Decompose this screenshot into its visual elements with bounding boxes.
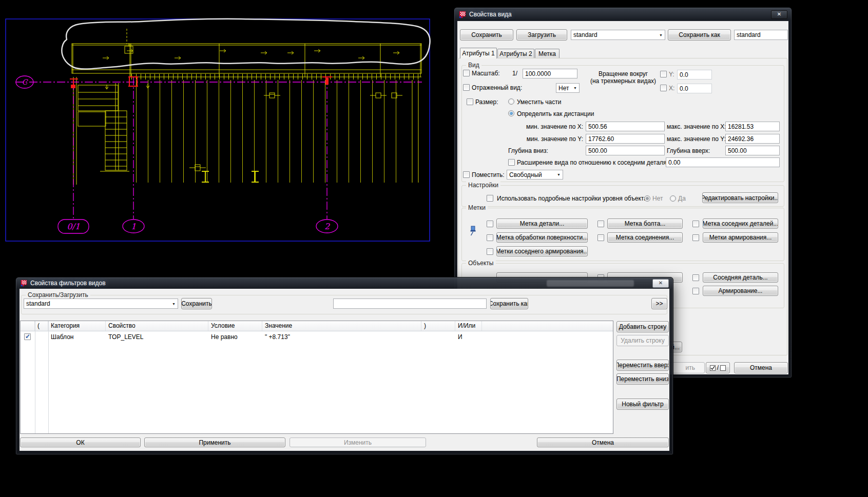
connection-mark-checkbox[interactable] xyxy=(597,234,604,241)
filter-table[interactable]: ( Категория Свойство Условие Значение ) … xyxy=(20,321,613,434)
detailed-no-label: Нет xyxy=(652,195,663,202)
neighbor-part-marks-checkbox[interactable] xyxy=(692,221,699,227)
extension-checkbox[interactable] xyxy=(508,159,515,166)
rotation-y-checkbox[interactable] xyxy=(660,71,667,77)
part-mark-checkbox[interactable] xyxy=(487,221,493,227)
depth-down-label: Глубина вниз: xyxy=(508,147,548,154)
rotation-label-line1: Вращение вокруг xyxy=(585,70,662,77)
filter-profile-select[interactable]: standard ▼ xyxy=(24,299,178,309)
reflected-view-checkbox[interactable] xyxy=(463,84,470,91)
rotation-x-checkbox[interactable] xyxy=(660,85,667,91)
filter-table-header: ( Категория Свойство Условие Значение ) … xyxy=(21,321,613,331)
place-checkbox[interactable] xyxy=(463,171,470,178)
grid-bubble-2: 2 xyxy=(324,222,330,231)
view-dialog-titlebar[interactable]: Свойства вида ✕ xyxy=(454,8,792,21)
scale-prefix: 1/ xyxy=(512,70,517,77)
depth-down-input[interactable]: 500.00 xyxy=(586,146,665,155)
save-button[interactable]: Сохранить xyxy=(460,29,513,41)
use-detailed-settings-checkbox[interactable] xyxy=(487,195,493,202)
depth-up-input[interactable]: 500.00 xyxy=(725,146,780,155)
filter-name-input[interactable] xyxy=(333,299,487,309)
rebar-marks-checkbox[interactable] xyxy=(692,234,699,241)
move-up-button[interactable]: Переместить вверх xyxy=(616,360,669,371)
table-grid-line xyxy=(35,321,35,433)
save-as-button[interactable]: Сохранить как xyxy=(668,29,731,41)
size-checkbox[interactable] xyxy=(467,98,473,105)
checked-box-icon xyxy=(710,365,716,371)
rebar-marks-button[interactable]: Метки армирования... xyxy=(703,232,778,243)
reinforcement-button[interactable]: Армирование... xyxy=(703,286,778,296)
neighbor-rebar-marks-button[interactable]: Метки соседнего армирования... xyxy=(496,246,588,256)
lasso-outline xyxy=(62,19,430,69)
save-as-name-input[interactable]: standard xyxy=(734,30,788,40)
rotation-x-input[interactable]: 0.0 xyxy=(677,84,712,93)
bolt-mark-checkbox[interactable] xyxy=(597,221,604,227)
detailed-no-radio[interactable] xyxy=(644,195,650,202)
reflected-view-select[interactable]: Нет ▼ xyxy=(556,83,580,93)
desktop: C 0/1 1 2 xyxy=(0,0,868,497)
max-x-input[interactable]: 16281.53 xyxy=(725,122,780,131)
grid-bubble-01: 0/1 xyxy=(67,222,80,231)
filter-table-row[interactable]: Шаблон TOP_LEVEL Не равно " +8.713" И xyxy=(21,331,613,342)
min-x-input[interactable]: 500.56 xyxy=(586,122,665,131)
neighbor-part-button[interactable]: Соседняя деталь... xyxy=(703,272,778,283)
cad-viewport[interactable]: C 0/1 1 2 xyxy=(0,0,452,277)
load-button[interactable]: Загрузить xyxy=(516,29,567,41)
filter-save-as-button[interactable]: Сохранить как xyxy=(490,298,528,309)
filter-dialog-titlebar[interactable]: Свойства фильтров видов ✕ xyxy=(16,277,673,289)
close-icon[interactable]: ✕ xyxy=(771,10,787,19)
apply-button[interactable]: Применить xyxy=(144,438,285,447)
col-and-or: И/Или xyxy=(455,321,482,331)
extension-input[interactable]: 0.00 xyxy=(666,157,780,167)
reinforcement-checkbox[interactable] xyxy=(692,288,699,294)
tab-attributes-1[interactable]: Атрибуты 1 xyxy=(460,48,497,58)
max-y-input[interactable]: 24692.36 xyxy=(725,134,780,144)
depth-up-label: Глубина вверх: xyxy=(667,147,710,154)
use-detailed-settings-label: Использовать подробные настройки уровня … xyxy=(497,195,647,202)
place-select[interactable]: Свободный ▼ xyxy=(507,170,563,180)
scale-checkbox[interactable] xyxy=(463,70,470,76)
delete-row-button[interactable]: Удалить строку xyxy=(616,335,669,346)
bolt-mark-button[interactable]: Метка болта... xyxy=(607,218,683,229)
row-enabled-checkbox[interactable] xyxy=(24,333,31,340)
detailed-yes-radio[interactable] xyxy=(670,195,676,202)
filter-dialog-body: Сохранить/Загрузить standard ▼ Сохранить… xyxy=(20,289,669,451)
neighbor-part-checkbox[interactable] xyxy=(692,274,699,281)
neighbor-rebar-marks-checkbox[interactable] xyxy=(487,248,493,255)
chevron-down-icon: ▼ xyxy=(658,33,664,37)
row-and-or: И xyxy=(455,332,482,342)
define-distances-label: Определить как дистанции xyxy=(517,110,594,117)
place-label: Поместить: xyxy=(472,171,505,178)
tab-attributes-2[interactable]: Атрибуты 2 xyxy=(497,49,534,58)
pushpin-icon xyxy=(469,225,477,238)
new-filter-button[interactable]: Новый фильтр xyxy=(616,399,669,410)
modify-button[interactable]: Изменить xyxy=(290,438,426,447)
expand-button[interactable]: >> xyxy=(651,298,667,309)
reflected-view-label: Отраженный вид: xyxy=(472,84,522,91)
add-row-button[interactable]: Добавить строку xyxy=(616,321,669,332)
rotation-y-label: Y: xyxy=(669,71,674,78)
surface-mark-checkbox[interactable] xyxy=(487,234,493,241)
min-y-input[interactable]: 17762.60 xyxy=(586,134,665,144)
profile-select[interactable]: standard ▼ xyxy=(571,30,665,40)
move-down-button[interactable]: Переместить вниз xyxy=(616,373,669,385)
close-icon[interactable]: ✕ xyxy=(652,279,669,288)
surface-mark-button[interactable]: Метка обработки поверхности... xyxy=(496,232,588,243)
toggle-all-checkboxes-button[interactable]: / xyxy=(706,362,730,373)
connection-mark-button[interactable]: Метка соединения... xyxy=(607,232,683,243)
filter-save-button[interactable]: Сохранить xyxy=(181,298,212,309)
rotation-y-input[interactable]: 0.0 xyxy=(677,70,712,79)
neighbor-part-marks-button[interactable]: Метка соседних деталей... xyxy=(703,218,778,229)
scale-input[interactable]: 100.0000 xyxy=(523,69,577,78)
fit-parts-radio[interactable] xyxy=(508,98,514,105)
filter-cancel-button[interactable]: Отмена xyxy=(537,438,669,447)
edit-settings-button[interactable]: Редактировать настройки... xyxy=(702,192,778,203)
part-mark-button[interactable]: Метка детали... xyxy=(496,218,588,229)
ok-button[interactable]: ОК xyxy=(20,438,141,447)
tab-mark[interactable]: Метка xyxy=(535,49,560,58)
cancel-button[interactable]: Отмена xyxy=(734,362,788,373)
col-category: Категория xyxy=(48,321,106,331)
row-property: TOP_LEVEL xyxy=(106,332,208,342)
col-value: Значение xyxy=(262,321,421,331)
define-distances-radio[interactable] xyxy=(508,110,514,116)
